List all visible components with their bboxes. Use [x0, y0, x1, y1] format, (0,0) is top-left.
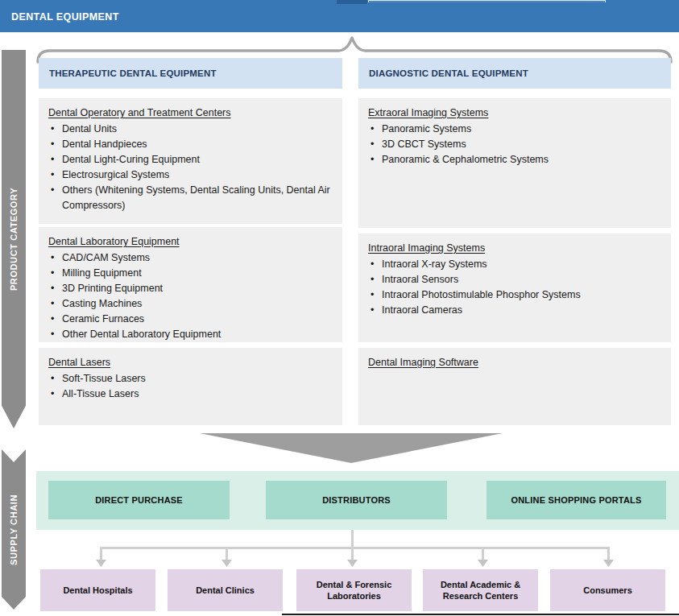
- bullet-item: Panoramic Systems: [368, 122, 661, 137]
- supply-chain-label: SUPPLY CHAIN: [9, 494, 19, 565]
- end-user-dental-forensic-laboratories: Dental & Forensic Laboratories: [296, 569, 412, 611]
- channel-distributors: DISTRIBUTORS: [266, 481, 447, 519]
- down-arrow-icon: [200, 433, 503, 463]
- bullet-list: Panoramic Systems 3D CBCT Systems Panora…: [368, 122, 661, 167]
- block-intraoral-imaging: Intraoral Imaging Systems Intraoral X-ra…: [358, 234, 671, 342]
- bullet-list: CAD/CAM Systems Milling Equipment 3D Pri…: [48, 250, 333, 342]
- bullet-item: Milling Equipment: [48, 266, 333, 281]
- arrow-down-icon: [347, 560, 358, 567]
- end-user-dental-academic-research-centers: Dental Academic & Research Centers: [423, 569, 538, 611]
- end-user-label: Dental Academic & Research Centers: [429, 579, 532, 602]
- column-header-therapeutic-label: THERAPEUTIC DENTAL EQUIPMENT: [49, 68, 217, 78]
- bullet-item: 3D CBCT Systems: [368, 137, 661, 152]
- arrow-down-icon: [478, 560, 488, 567]
- column-header-diagnostic-label: DIAGNOSTIC DENTAL EQUIPMENT: [369, 68, 528, 78]
- channel-label: ONLINE SHOPPING PORTALS: [511, 495, 641, 505]
- block-heading: Dental Laboratory Equipment: [48, 234, 333, 250]
- connector-drop: [482, 549, 484, 560]
- channel-label: DIRECT PURCHASE: [95, 495, 183, 505]
- connector-drop: [100, 549, 102, 560]
- bottom-edge-line: [282, 614, 679, 615]
- connector-horizontal: [100, 547, 610, 549]
- bullet-item: Intraoral Sensors: [368, 272, 661, 287]
- end-user-dental-hospitals: Dental Hospitals: [40, 569, 155, 611]
- bullet-list: Intraoral X-ray Systems Intraoral Sensor…: [368, 257, 661, 318]
- supply-chain-arrow: SUPPLY CHAIN: [2, 449, 26, 610]
- bullet-item: Panoramic & Cephalometric Systems: [368, 152, 661, 167]
- end-user-dental-clinics: Dental Clinics: [168, 569, 283, 611]
- block-dental-laboratory: Dental Laboratory Equipment CAD/CAM Syst…: [39, 227, 342, 342]
- block-heading: Extraoral Imaging Systems: [368, 105, 661, 121]
- arrow-down-icon: [96, 560, 106, 567]
- bullet-item: Dental Light-Curing Equipment: [48, 152, 333, 167]
- banner-tab-artifact: [337, 0, 367, 4]
- bullet-list: Soft-Tissue Lasers All-Tissue Lasers: [48, 371, 333, 402]
- bullet-item: Intraoral X-ray Systems: [368, 257, 661, 272]
- block-heading: Intraoral Imaging Systems: [368, 241, 661, 256]
- end-user-label: Dental Clinics: [196, 585, 255, 596]
- bullet-item: 3D Printing Equipment: [48, 281, 333, 296]
- bullet-item: Dental Handpieces: [48, 137, 333, 152]
- block-extraoral-imaging: Extraoral Imaging Systems Panoramic Syst…: [358, 98, 671, 228]
- bullet-item: Electrosurgical Systems: [48, 167, 333, 183]
- bullet-item: Ceramic Furnaces: [48, 312, 333, 327]
- column-header-diagnostic: DIAGNOSTIC DENTAL EQUIPMENT: [358, 58, 671, 89]
- connector-trunk: [351, 530, 354, 560]
- end-user-label: Dental & Forensic Laboratories: [303, 579, 405, 602]
- block-dental-imaging-software: Dental Imaging Software: [358, 348, 671, 425]
- connector-drop: [226, 549, 228, 560]
- block-heading: Dental Operatory and Treatment Centers: [48, 105, 333, 121]
- bullet-item: Intraoral Cameras: [368, 303, 661, 318]
- banner-strip-artifact: [368, 0, 606, 2]
- block-heading: Dental Imaging Software: [368, 355, 661, 370]
- connector-drop: [607, 549, 610, 560]
- arrow-down-icon: [222, 560, 232, 567]
- bullet-item: All-Tissue Lasers: [48, 387, 333, 402]
- page-title: DENTAL EQUIPMENT: [11, 0, 119, 32]
- bullet-item: Casting Machines: [48, 296, 333, 312]
- block-dental-operatory: Dental Operatory and Treatment Centers D…: [39, 98, 342, 224]
- block-heading: Dental Lasers: [48, 355, 333, 370]
- bullet-item: Others (Whitening Systems, Dental Scalin…: [48, 183, 333, 213]
- channel-direct-purchase: DIRECT PURCHASE: [48, 481, 230, 519]
- bullet-item: Intraoral Photostimulable Phosphor Syste…: [368, 287, 661, 303]
- block-dental-lasers: Dental Lasers Soft-Tissue Lasers All-Tis…: [39, 348, 342, 425]
- product-category-label: PRODUCT CATEGORY: [9, 188, 19, 291]
- end-user-label: Consumers: [583, 585, 632, 596]
- product-category-arrow: PRODUCT CATEGORY: [2, 50, 26, 428]
- arrow-down-icon: [603, 560, 614, 567]
- bullet-list: Dental Units Dental Handpieces Dental Li…: [48, 122, 333, 213]
- bullet-item: Dental Units: [48, 122, 333, 137]
- end-user-consumers: Consumers: [550, 569, 665, 611]
- channel-online-shopping-portals: ONLINE SHOPPING PORTALS: [486, 481, 666, 519]
- channel-label: DISTRIBUTORS: [322, 495, 391, 505]
- bullet-item: Other Dental Laboratory Equipment: [48, 327, 333, 342]
- bullet-item: CAD/CAM Systems: [48, 250, 333, 266]
- column-header-therapeutic: THERAPEUTIC DENTAL EQUIPMENT: [39, 58, 342, 89]
- bullet-item: Soft-Tissue Lasers: [48, 371, 333, 387]
- end-user-label: Dental Hospitals: [63, 585, 132, 596]
